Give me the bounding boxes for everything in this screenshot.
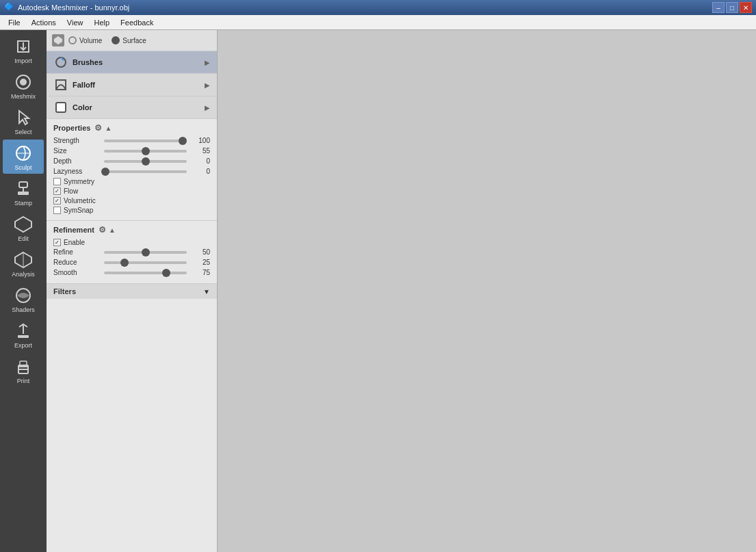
symmetry-checkbox[interactable] (53, 178, 61, 185)
flow-row: ✓ Flow (53, 187, 210, 195)
shaders-label: Shaders (12, 306, 35, 313)
select-icon (12, 107, 34, 129)
flow-label: Flow (64, 187, 78, 195)
enable-row: ✓ Enable (53, 239, 210, 246)
svg-marker-10 (15, 217, 31, 232)
export-icon (12, 320, 34, 342)
falloff-row[interactable]: Falloff ▶ (47, 74, 217, 96)
meshmix-label: Meshmix (11, 93, 36, 100)
stamp-icon (12, 178, 34, 200)
refine-row: Refine 50 (53, 248, 210, 256)
properties-gear-icon[interactable]: ⚙ (94, 123, 102, 133)
filters-label: Filters (53, 287, 76, 295)
smooth-thumb[interactable] (162, 269, 170, 277)
volumetric-checkbox[interactable]: ✓ (53, 197, 61, 205)
refine-value: 50 (190, 248, 210, 256)
volumetric-row: ✓ Volumetric (53, 197, 210, 205)
print-label: Print (17, 378, 30, 384)
svg-rect-7 (19, 182, 27, 187)
falloff-icon (53, 77, 68, 92)
strength-label: Strength (53, 137, 101, 144)
sculpt-label: Sculpt (14, 164, 31, 171)
smooth-slider[interactable] (104, 272, 187, 274)
menu-help[interactable]: Help (88, 17, 115, 28)
svg-rect-15 (18, 335, 29, 338)
menu-bar: File Actions View Help Feedback (0, 15, 756, 30)
symsnap-checkbox[interactable] (53, 207, 61, 214)
svg-rect-23 (56, 103, 66, 112)
app-icon: 🔷 (4, 2, 15, 13)
smooth-label: Smooth (53, 269, 101, 276)
import-icon (12, 36, 34, 57)
sidebar-item-analysis[interactable]: Analysis (3, 246, 44, 280)
refinement-collapse-icon[interactable]: ▲ (109, 226, 116, 234)
sidebar-item-export[interactable]: Export (3, 317, 44, 352)
flow-checkbox[interactable]: ✓ (53, 187, 61, 195)
sidebar-item-meshmix[interactable]: Meshmix (3, 68, 44, 103)
sidebar-item-sculpt[interactable]: Sculpt (3, 140, 44, 174)
strength-slider[interactable] (104, 140, 187, 142)
lazyness-thumb[interactable] (101, 168, 109, 176)
menu-feedback[interactable]: Feedback (115, 17, 159, 28)
falloff-arrow: ▶ (205, 81, 210, 89)
depth-slider[interactable] (104, 160, 187, 163)
color-arrow: ▶ (205, 104, 210, 111)
reduce-thumb[interactable] (120, 259, 129, 267)
color-row[interactable]: Color ▶ (47, 96, 217, 118)
volume-radio[interactable]: Volume (68, 36, 102, 44)
enable-checkbox[interactable]: ✓ (53, 239, 61, 246)
filters-row[interactable]: Filters ▼ (47, 283, 217, 299)
maximize-button[interactable]: □ (726, 2, 738, 13)
reduce-value: 25 (190, 259, 210, 266)
main-layout: Import Meshmix Select (0, 30, 756, 552)
menu-actions[interactable]: Actions (26, 17, 62, 28)
sidebar-item-import[interactable]: Import (3, 33, 44, 67)
sidebar-item-shaders[interactable]: Shaders (3, 282, 44, 316)
color-section: Color ▶ (47, 96, 217, 119)
lazyness-value: 0 (190, 168, 210, 175)
sidebar-item-stamp[interactable]: Stamp (3, 175, 44, 209)
properties-collapse-icon[interactable]: ▲ (105, 124, 112, 132)
analysis-icon (12, 249, 34, 271)
stamp-label: Stamp (14, 200, 32, 207)
svg-marker-4 (19, 111, 29, 124)
menu-view[interactable]: View (62, 17, 89, 28)
refinement-title: Refinement (53, 226, 94, 234)
analysis-label: Analysis (12, 271, 35, 278)
viewport-container: vertices: 5550 triangles: 10996 Brushes … (218, 30, 756, 552)
volume-icon (52, 34, 64, 47)
sidebar-item-print[interactable]: Print (3, 353, 44, 387)
brushes-row[interactable]: Brushes ▶ (47, 51, 217, 73)
smooth-value: 75 (190, 269, 210, 276)
depth-thumb[interactable] (142, 157, 150, 166)
sidebar-item-select[interactable]: Select (3, 104, 44, 138)
sidebar-item-edit[interactable]: Edit (3, 211, 44, 245)
lazyness-slider[interactable] (104, 170, 187, 173)
brushes-section: Brushes ▶ (47, 51, 217, 74)
refine-slider[interactable] (104, 251, 187, 254)
refine-thumb[interactable] (142, 248, 150, 257)
falloff-section: Falloff ▶ (47, 74, 217, 96)
volume-label: Volume (79, 37, 102, 44)
size-slider[interactable] (104, 150, 187, 153)
refinement-gear-icon[interactable]: ⚙ (99, 225, 106, 235)
symmetry-label: Symmetry (64, 178, 94, 185)
size-label: Size (53, 147, 101, 155)
edit-label: Edit (18, 235, 29, 242)
size-thumb[interactable] (142, 147, 150, 155)
close-button[interactable]: ✕ (740, 2, 752, 13)
menu-file[interactable]: File (3, 17, 26, 28)
reduce-slider[interactable] (104, 261, 187, 264)
surface-radio[interactable]: Surface (112, 36, 146, 44)
strength-thumb[interactable] (179, 137, 187, 145)
reduce-row: Reduce 25 (53, 259, 210, 266)
filters-arrow-icon: ▼ (203, 288, 210, 295)
shaders-icon (12, 285, 34, 306)
mode-row: Volume Surface (47, 30, 217, 51)
symsnap-label: SymSnap (64, 207, 93, 214)
panel-area: Volume Surface Brushes ▶ (47, 30, 218, 552)
left-sidebar: Import Meshmix Select (0, 30, 47, 552)
minimize-button[interactable]: – (712, 2, 725, 13)
title-bar: 🔷 Autodesk Meshmixer - bunnyr.obj – □ ✕ (0, 0, 756, 15)
svg-rect-8 (18, 192, 29, 195)
